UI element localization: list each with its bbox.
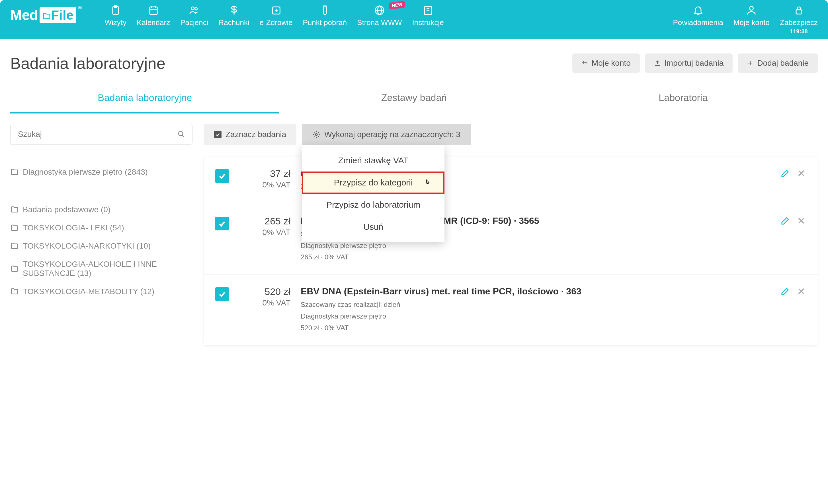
dollar-icon: [228, 4, 240, 16]
svg-rect-2: [150, 7, 157, 14]
folder-icon: [10, 224, 19, 232]
checkbox-icon: [214, 131, 221, 138]
table-row: 37 zł0% VATrus) IgM (ICD-9: F50) · 3612 …: [204, 157, 818, 204]
new-badge: NEW: [389, 1, 406, 10]
tab-badania[interactable]: Badania laboratoryjne: [10, 87, 279, 113]
svg-rect-11: [324, 6, 326, 14]
row-vat: 0% VAT: [239, 180, 290, 189]
medkit-icon: [270, 4, 283, 16]
row-price: 37 zł: [239, 168, 290, 179]
edit-icon[interactable]: [780, 216, 790, 226]
category-item[interactable]: TOKSYKOLOGIA- LEKI (54): [10, 219, 193, 237]
svg-point-19: [750, 6, 753, 10]
row-vat: 0% VAT: [239, 299, 290, 308]
tabs: Badania laboratoryjne Zestawy badań Labo…: [0, 79, 828, 113]
dd-assign-lab[interactable]: Przypisz do laboratorium: [302, 194, 445, 216]
folder-icon: [10, 265, 19, 273]
close-icon[interactable]: [796, 216, 806, 226]
category-item[interactable]: TOKSYKOLOGIA-ALKOHOLE I INNE SUBSTANCJE …: [10, 255, 193, 282]
nav-strona-www[interactable]: NEW Strona WWW: [357, 4, 402, 27]
reply-icon: [581, 60, 588, 66]
main-panel: Zaznacz badania Wykonaj operację na zazn…: [204, 124, 818, 345]
close-icon[interactable]: [796, 168, 806, 178]
page-title: Badania laboratoryjne: [10, 54, 572, 73]
search-input[interactable]: [10, 124, 193, 145]
row-price: 520 zł: [239, 286, 290, 297]
bulk-actions-button[interactable]: Wykonaj operację na zaznaczonych: 3 Zmie…: [302, 124, 471, 145]
category-primary[interactable]: Diagnostyka pierwsze piętro (2843): [10, 162, 193, 192]
svg-point-23: [178, 131, 183, 136]
close-icon[interactable]: [796, 286, 806, 296]
import-button[interactable]: Importuj badania: [645, 53, 733, 73]
nav-moje-konto[interactable]: Moje konto: [734, 4, 770, 35]
category-item[interactable]: TOKSYKOLOGIA-METABOLITY (12): [10, 282, 193, 301]
nav-instrukcje[interactable]: Instrukcje: [412, 4, 444, 27]
edit-icon[interactable]: [780, 286, 790, 296]
row-checkbox[interactable]: [215, 287, 229, 301]
cursor-icon: [424, 178, 431, 187]
tab-laboratoria[interactable]: Laboratoria: [549, 87, 818, 113]
svg-point-7: [195, 8, 197, 10]
row-title: EBV DNA (Epstein-Barr virus) met. real t…: [301, 286, 770, 296]
calendar-icon: [147, 4, 160, 16]
nav-kalendarz[interactable]: Kalendarz: [137, 4, 170, 27]
logo-part1: Med: [10, 7, 38, 23]
back-button[interactable]: Moje konto: [572, 53, 640, 73]
nav-powiadomienia[interactable]: Powiadomienia: [673, 4, 723, 35]
toolbar: Zaznacz badania Wykonaj operację na zazn…: [204, 124, 818, 145]
select-all-button[interactable]: Zaznacz badania: [204, 124, 296, 145]
plus-icon: [747, 60, 754, 66]
page-header: Badania laboratoryjne Moje konto Importu…: [0, 39, 828, 79]
logo-part2: File: [40, 7, 76, 23]
dd-change-vat[interactable]: Zmień stawkę VAT: [302, 149, 445, 172]
svg-rect-20: [796, 10, 802, 14]
category-item[interactable]: Badania podstawowe (0): [10, 200, 193, 219]
clipboard-icon: [109, 4, 122, 16]
logo[interactable]: Med File ®: [10, 7, 82, 23]
search-icon[interactable]: [177, 130, 185, 139]
vial-icon: [319, 4, 331, 16]
dd-delete[interactable]: Usuń: [302, 216, 445, 238]
bulk-dropdown: Zmień stawkę VAT Przypisz do kategorii P…: [302, 145, 445, 242]
row-vat: 0% VAT: [239, 228, 290, 237]
row-meta: Szacowany czas realizacji: dzieńDiagnost…: [301, 299, 770, 334]
category-item[interactable]: TOKSYKOLOGIA-NARKOTYKI (10): [10, 237, 193, 255]
nav-main: Wizyty Kalendarz Pacjenci Rachunki e-Zdr…: [105, 4, 444, 27]
lock-icon: [793, 4, 805, 16]
nav-rachunki[interactable]: Rachunki: [218, 4, 249, 27]
add-button[interactable]: Dodaj badanie: [738, 53, 818, 73]
bell-icon: [692, 4, 704, 16]
book-icon: [422, 4, 434, 16]
sidebar: Diagnostyka pierwsze piętro (2843) Badan…: [10, 124, 204, 301]
edit-icon[interactable]: [780, 168, 790, 178]
row-checkbox[interactable]: [215, 217, 229, 230]
nav-wizyty[interactable]: Wizyty: [105, 4, 127, 27]
folder-icon: [10, 287, 19, 296]
table-row: 265 zł0% VATEBV (Epstein-Barr virus) IgM…: [204, 204, 818, 275]
results-list: 37 zł0% VATrus) IgM (ICD-9: F50) · 3612 …: [204, 157, 818, 345]
nav-ezdrowie[interactable]: e-Zdrowie: [260, 4, 293, 27]
registered-icon: ®: [78, 5, 82, 11]
gear-icon: [313, 131, 320, 139]
row-checkbox[interactable]: [215, 169, 229, 183]
upload-icon: [654, 60, 661, 66]
topbar: Med File ® Wizyty Kalendarz Pacjenci Rac…: [0, 0, 828, 39]
svg-point-25: [316, 134, 318, 136]
content: Diagnostyka pierwsze piętro (2843) Badan…: [0, 113, 828, 356]
nav-pacjenci[interactable]: Pacjenci: [180, 4, 208, 27]
row-price: 265 zł: [239, 216, 290, 227]
folder-icon: [10, 242, 19, 250]
nav-punkt-pobran[interactable]: Punkt pobrań: [303, 4, 347, 27]
globe-icon: [373, 4, 386, 16]
nav-zabezpiecz[interactable]: Zabezpiecz 119:38: [780, 4, 818, 35]
users-icon: [188, 4, 201, 16]
folder-icon: [10, 168, 19, 176]
svg-point-6: [191, 7, 194, 10]
lock-timer: 119:38: [790, 28, 808, 35]
user-icon: [745, 4, 758, 16]
nav-right: Powiadomienia Moje konto Zabezpiecz 119:…: [673, 4, 818, 35]
table-row: 520 zł0% VATEBV DNA (Epstein-Barr virus)…: [204, 275, 818, 345]
tab-zestawy[interactable]: Zestawy badań: [279, 87, 548, 113]
svg-line-24: [182, 135, 184, 137]
dd-assign-category[interactable]: Przypisz do kategorii: [302, 172, 445, 194]
